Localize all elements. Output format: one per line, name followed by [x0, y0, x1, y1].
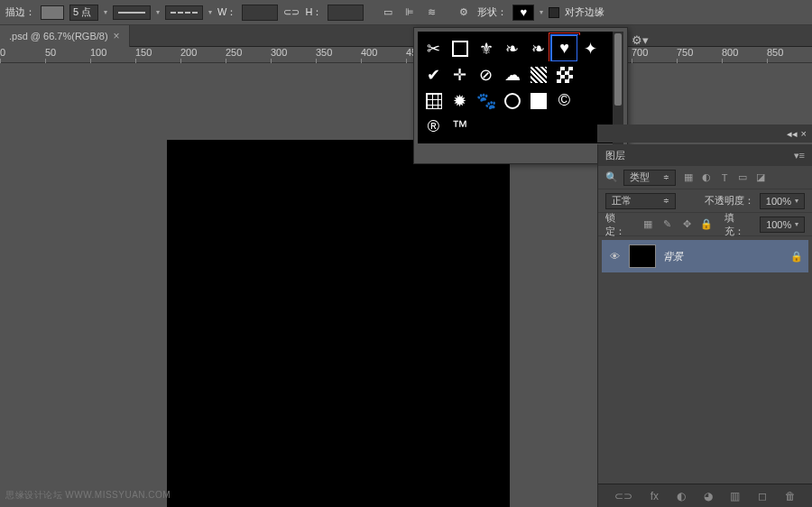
shape-cell[interactable]: 🐾 — [473, 88, 499, 114]
layer-filter-row: 🔍 类型≑ ▦◐T▭◪ — [598, 166, 812, 189]
align-edges-label: 对齐边缘 — [565, 5, 604, 19]
shape-cell[interactable]: ✹ — [447, 88, 473, 114]
width-input[interactable] — [242, 5, 278, 21]
scrollbar-thumb[interactable] — [614, 33, 622, 106]
shape-cell[interactable] — [525, 61, 551, 88]
stroke-color-swatch[interactable] — [41, 5, 64, 20]
filter-icon[interactable]: ◐ — [699, 171, 714, 185]
shape-cell[interactable] — [551, 61, 577, 88]
footer-icon[interactable]: ⊂⊃ — [614, 490, 632, 502]
shape-cell[interactable]: ✂ — [420, 35, 447, 61]
lock-transparent-icon[interactable]: ▦ — [641, 217, 655, 232]
stroke-size-input[interactable]: 5 点 — [69, 5, 98, 21]
layers-panel: ◂◂ × 图层 ▾≡ 🔍 类型≑ ▦◐T▭◪ 正常≑ 不透明度： 100%▾ 锁… — [597, 144, 812, 507]
gear-icon[interactable]: ⚙▾ — [632, 33, 649, 47]
shape-cell[interactable]: ❧ — [525, 35, 551, 61]
ruler-tick: 0 — [0, 47, 5, 58]
lock-fill-row: 锁定： ▦ ✎ ✥ 🔒 填充： 100%▾ — [598, 213, 812, 236]
caret-down-icon[interactable]: ▾ — [540, 8, 543, 16]
ruler-tick: 350 — [316, 47, 332, 58]
footer-icon[interactable]: ◐ — [677, 490, 686, 502]
fill-label: 填充： — [724, 211, 754, 238]
height-label: H： — [305, 5, 322, 19]
filter-type-dropdown[interactable]: 类型≑ — [623, 170, 676, 186]
lock-all-icon[interactable]: 🔒 — [699, 217, 714, 232]
path-ops-icon[interactable]: ▭ — [380, 5, 396, 21]
lock-position-icon[interactable]: ✥ — [680, 217, 695, 232]
opacity-label: 不透明度： — [705, 194, 754, 207]
close-icon[interactable]: × — [114, 30, 120, 42]
shape-cell[interactable]: ® — [420, 114, 447, 140]
link-wh-icon[interactable]: ⊂⊃ — [283, 5, 300, 21]
align-icon[interactable]: ⊫ — [401, 5, 418, 21]
shapes-grid: ✂⚜❧❧♥✦✔✛⊘☁✹🐾©®™ — [418, 32, 623, 143]
opacity-input[interactable]: 100%▾ — [760, 193, 805, 209]
heart-icon: ♥ — [520, 5, 527, 19]
shape-cell[interactable] — [447, 35, 473, 61]
caret-down-icon[interactable]: ▾ — [104, 8, 107, 16]
collapse-icon[interactable]: ◂◂ — [787, 128, 798, 140]
footer-icon[interactable]: 🗑 — [785, 490, 796, 502]
shape-cell[interactable]: ™ — [447, 114, 473, 140]
layers-list: 👁 背景 🔒 — [598, 236, 812, 276]
shape-cell[interactable] — [499, 88, 525, 114]
arrange-icon[interactable]: ≋ — [423, 5, 439, 21]
fill-input[interactable]: 100%▾ — [760, 217, 805, 233]
shape-cell[interactable]: ✔ — [420, 61, 447, 88]
shapes-picker-popup: ⚙▾ ✂⚜❧❧♥✦✔✛⊘☁✹🐾©®™ ◢ — [413, 27, 628, 164]
filter-icon[interactable]: ▭ — [735, 171, 750, 185]
watermark: 思缘设计论坛 WWW.MISSYUAN.COM — [5, 489, 171, 502]
lock-label: 锁定： — [605, 211, 635, 238]
panel-collapse-bar: ◂◂ × — [597, 124, 812, 143]
gear-icon[interactable]: ⚙ — [456, 5, 472, 21]
shape-cell[interactable]: ♥ — [551, 35, 577, 61]
blend-mode-dropdown[interactable]: 正常≑ — [605, 193, 676, 209]
stroke-dash-dropdown[interactable] — [113, 5, 151, 20]
document-tab[interactable]: .psd @ 66.7%(RGB/8) × — [0, 25, 130, 47]
lock-paint-icon[interactable]: ✎ — [660, 217, 675, 232]
footer-icon[interactable]: ◕ — [704, 490, 713, 502]
close-icon[interactable]: × — [801, 128, 807, 139]
layer-name[interactable]: 背景 — [663, 250, 783, 263]
shape-cell[interactable]: ⊘ — [473, 61, 499, 88]
filter-icon[interactable]: ◪ — [753, 171, 768, 185]
ruler-tick: 300 — [271, 47, 287, 58]
shape-cell[interactable]: ❧ — [499, 35, 525, 61]
panel-tab-layers[interactable]: 图层 — [605, 149, 625, 162]
layer-item[interactable]: 👁 背景 🔒 — [602, 240, 808, 272]
visibility-icon[interactable]: 👁 — [607, 251, 622, 262]
stroke-dash2-dropdown[interactable] — [165, 5, 203, 20]
caret-down-icon[interactable]: ▾ — [156, 8, 160, 16]
ruler-tick: 100 — [90, 47, 106, 58]
blend-opacity-row: 正常≑ 不透明度： 100%▾ — [598, 189, 812, 213]
shape-cell[interactable]: © — [551, 88, 577, 114]
shape-label: 形状： — [477, 5, 507, 19]
shape-cell[interactable]: ✦ — [577, 35, 604, 61]
stroke-label: 描边： — [5, 5, 35, 19]
search-icon[interactable]: 🔍 — [605, 171, 618, 183]
shape-cell[interactable] — [525, 88, 551, 114]
filter-icon[interactable]: ▦ — [681, 171, 696, 185]
options-bar: 描边： 5 点 ▾ ▾ ▾ W： ⊂⊃ H： ▭ ⊫ ≋ ⚙ 形状： ♥ ▾ 对… — [0, 0, 812, 25]
shape-cell[interactable]: ⚜ — [473, 35, 499, 61]
align-edges-checkbox[interactable] — [549, 7, 559, 18]
filter-icon[interactable]: T — [717, 171, 732, 185]
shape-cell[interactable]: ✛ — [447, 61, 473, 88]
height-input[interactable] — [328, 5, 364, 21]
canvas[interactable] — [167, 140, 510, 507]
shape-cell[interactable]: ☁ — [499, 61, 525, 88]
footer-icon[interactable]: ◻ — [758, 490, 767, 502]
shape-cell[interactable] — [420, 88, 447, 114]
caret-down-icon[interactable]: ▾ — [208, 8, 212, 16]
horizontal-ruler: 0501001502002503003504004505005506006507… — [0, 47, 812, 63]
shape-cell[interactable] — [577, 88, 604, 114]
footer-icon[interactable]: fx — [651, 490, 659, 502]
document-tab-bar: .psd @ 66.7%(RGB/8) × — [0, 25, 812, 47]
footer-icon[interactable]: ▥ — [730, 490, 740, 502]
layer-thumbnail[interactable] — [629, 244, 656, 268]
panel-menu-icon[interactable]: ▾≡ — [794, 150, 805, 161]
shape-cell[interactable] — [577, 61, 604, 88]
tab-title: .psd @ 66.7%(RGB/8) — [9, 31, 108, 41]
ruler-tick: 700 — [632, 47, 648, 58]
shape-dropdown[interactable]: ♥ — [512, 5, 534, 21]
